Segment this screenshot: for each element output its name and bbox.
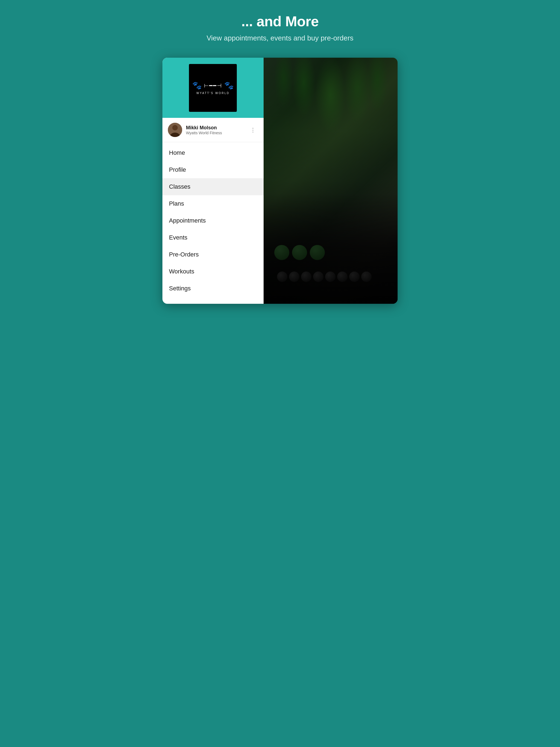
- logo-paws: 🐾 ⊢━━⊣ 🐾: [192, 81, 234, 90]
- sidebar: 🐾 ⊢━━⊣ 🐾 WYATT'S WORLD Mikki M: [162, 58, 263, 304]
- user-more-button[interactable]: ⋮: [248, 126, 258, 134]
- content-area: [263, 58, 398, 304]
- avatar: [168, 123, 182, 137]
- nav-item-events[interactable]: Events: [162, 229, 263, 246]
- nav-item-profile[interactable]: Profile: [162, 161, 263, 178]
- user-section: Mikki Molson Wyatts World Fitness ⋮: [162, 118, 263, 142]
- paw-left-icon: 🐾: [192, 81, 202, 90]
- page-title: ... and More: [6, 13, 554, 29]
- sidebar-header: 🐾 ⊢━━⊣ 🐾 WYATT'S WORLD: [162, 58, 263, 118]
- app-mockup: 🐾 ⊢━━⊣ 🐾 WYATT'S WORLD Mikki M: [162, 58, 398, 304]
- weights-overlay: [263, 193, 398, 304]
- barbell-icon: ⊢━━⊣: [204, 82, 222, 89]
- nav-item-plans[interactable]: Plans: [162, 195, 263, 212]
- logo-box: 🐾 ⊢━━⊣ 🐾 WYATT'S WORLD: [189, 64, 237, 112]
- nav-item-preorders[interactable]: Pre-Orders: [162, 246, 263, 263]
- avatar-image: [168, 123, 182, 137]
- nav-item-settings[interactable]: Settings: [162, 280, 263, 297]
- user-info: Mikki Molson Wyatts World Fitness: [186, 125, 244, 135]
- nav-item-workouts[interactable]: Workouts: [162, 263, 263, 280]
- page-subtitle: View appointments, events and buy pre-or…: [6, 34, 554, 42]
- gym-background: [263, 58, 398, 304]
- paw-right-icon: 🐾: [224, 81, 234, 90]
- nav-menu: Home Profile Classes Plans Appointments …: [162, 142, 263, 304]
- nav-item-classes[interactable]: Classes: [162, 178, 263, 195]
- nav-item-home[interactable]: Home: [162, 145, 263, 161]
- header-section: ... and More View appointments, events a…: [0, 0, 560, 52]
- logo-text: WYATT'S WORLD: [196, 92, 229, 95]
- nav-item-appointments[interactable]: Appointments: [162, 212, 263, 229]
- svg-point-1: [172, 125, 178, 130]
- user-name: Mikki Molson: [186, 125, 244, 131]
- user-gym: Wyatts World Fitness: [186, 131, 244, 135]
